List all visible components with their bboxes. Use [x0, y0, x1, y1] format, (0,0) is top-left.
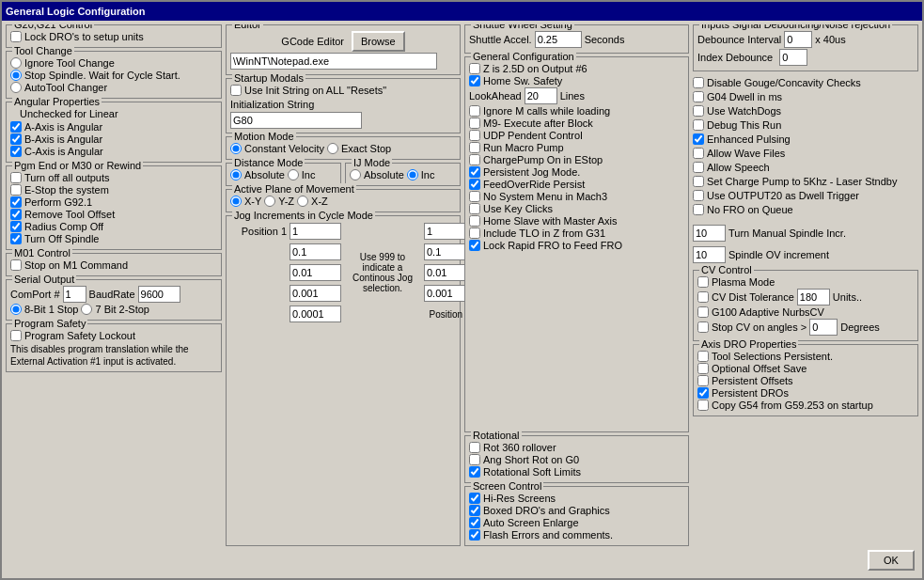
use-output20-checkbox[interactable] [693, 190, 704, 201]
jog-pos1-input[interactable] [290, 223, 341, 240]
constant-vel-radio[interactable] [230, 143, 242, 154]
persistent-dros-checkbox[interactable] [697, 387, 709, 399]
b-axis-checkbox[interactable] [10, 133, 22, 145]
turn-manual-row: Turn Manual Spindle Incr. [693, 225, 918, 242]
use-key-clicks-checkbox[interactable] [469, 203, 480, 214]
flash-errors-checkbox[interactable] [469, 529, 480, 541]
tool-sel-checkbox[interactable] [697, 351, 709, 362]
8bit-radio[interactable] [10, 304, 22, 315]
index-label: Index Debounce [697, 52, 773, 63]
baudrate-input[interactable] [138, 286, 180, 303]
spindle-ov-input[interactable] [693, 246, 726, 263]
use-key-clicks-row: Use Key Clicks [469, 203, 684, 214]
index-input[interactable] [779, 49, 807, 66]
jog-val5-input[interactable] [290, 306, 341, 322]
stop-cv-checkbox[interactable] [697, 321, 709, 333]
disable-gouge-checkbox[interactable] [693, 77, 704, 88]
c-axis-checkbox[interactable] [10, 146, 22, 157]
ij-absolute-radio[interactable] [350, 169, 361, 180]
cv-dist-checkbox[interactable] [697, 291, 709, 303]
xy-radio[interactable] [230, 196, 242, 207]
init-string-section: Initialization String [230, 99, 456, 129]
chargepump-checkbox[interactable] [469, 154, 480, 165]
debug-checkbox[interactable] [693, 119, 704, 131]
e-stop-checkbox[interactable] [10, 184, 22, 196]
feedoverride-checkbox[interactable] [469, 179, 480, 190]
turn-off-outputs-checkbox[interactable] [10, 172, 22, 183]
watchdogs-row: Use WatchDogs [693, 105, 918, 117]
exact-stop-label: Exact Stop [341, 143, 391, 154]
allow-speech-checkbox[interactable] [693, 162, 704, 173]
ij-inc-radio[interactable] [407, 169, 418, 180]
ok-button[interactable]: OK [868, 550, 915, 571]
copy-g54-checkbox[interactable] [697, 400, 709, 411]
remove-tool-checkbox[interactable] [10, 209, 22, 220]
boxed-dros-checkbox[interactable] [469, 505, 480, 516]
stop-spindle-row: Stop Spindle. Wait for Cycle Start. [10, 70, 217, 81]
debounce-input[interactable] [784, 31, 812, 48]
home-sw-checkbox[interactable] [469, 75, 480, 86]
persistent-jog-checkbox[interactable] [469, 166, 480, 178]
home-slave-checkbox[interactable] [469, 215, 480, 227]
set-charge-pump-checkbox[interactable] [693, 176, 704, 187]
no-system-menu-checkbox[interactable] [469, 191, 480, 202]
debounce-row: Debounce Interval x 40us [697, 31, 914, 48]
lock-dros-checkbox[interactable] [10, 31, 22, 42]
xz-radio[interactable] [297, 196, 308, 207]
plasma-checkbox[interactable] [697, 276, 709, 288]
stop-cv-label: Stop CV on angles > [712, 321, 807, 333]
enhanced-pulsing-checkbox[interactable] [693, 133, 704, 145]
include-tlo-checkbox[interactable] [469, 227, 480, 239]
hires-checkbox[interactable] [469, 493, 480, 504]
browse-button[interactable]: Browse [352, 31, 405, 52]
dist-absolute-radio[interactable] [230, 169, 242, 180]
stop-cv-input[interactable] [809, 319, 838, 336]
jog-val2-input[interactable] [290, 243, 341, 260]
radius-comp-checkbox[interactable] [10, 221, 22, 232]
jog-val4-input[interactable] [290, 285, 341, 302]
rot-soft-checkbox[interactable] [469, 466, 480, 478]
no-fro-checkbox[interactable] [693, 204, 704, 215]
m9-checkbox[interactable] [469, 118, 480, 129]
stop-m1-checkbox[interactable] [10, 259, 22, 271]
lines-label: Lines [560, 90, 585, 102]
remove-tool-label: Remove Tool Offset [24, 209, 115, 220]
g04-checkbox[interactable] [693, 91, 704, 102]
exact-stop-radio[interactable] [327, 143, 338, 154]
yz-radio[interactable] [264, 196, 275, 207]
ignore-tool-radio[interactable] [10, 57, 22, 69]
persistent-offsets-checkbox[interactable] [697, 375, 709, 386]
turn-off-spindle-checkbox[interactable] [10, 233, 22, 244]
run-macro-checkbox[interactable] [469, 142, 480, 153]
ignore-m-checkbox[interactable] [469, 105, 480, 117]
a-axis-checkbox[interactable] [10, 121, 22, 133]
dist-inc-radio[interactable] [288, 169, 299, 180]
optional-offset-checkbox[interactable] [697, 363, 709, 374]
cv-dist-input[interactable] [797, 289, 830, 306]
allow-wave-checkbox[interactable] [693, 148, 704, 159]
rot360-checkbox[interactable] [469, 442, 480, 453]
ang-short-checkbox[interactable] [469, 454, 480, 465]
jog-val3-input[interactable] [290, 264, 341, 281]
z25d-checkbox[interactable] [469, 63, 480, 74]
ignore-tool-row: Ignore Tool Change [10, 57, 217, 69]
watchdogs-checkbox[interactable] [693, 105, 704, 117]
turn-manual-input[interactable] [693, 225, 726, 242]
g92-checkbox[interactable] [10, 196, 22, 208]
init-string-input[interactable] [230, 112, 362, 129]
comport-input[interactable] [63, 286, 86, 303]
use-init-checkbox[interactable] [230, 85, 242, 96]
udp-checkbox[interactable] [469, 130, 480, 141]
stop-spindle-radio[interactable] [10, 70, 22, 81]
lookahead-input[interactable] [525, 87, 557, 104]
7bit-radio[interactable] [81, 304, 92, 315]
cv-dist-label: CV Dist Tolerance [712, 291, 794, 303]
lock-rapid-checkbox[interactable] [469, 240, 480, 251]
persistent-jog-label: Persistent Jog Mode. [483, 166, 580, 178]
g100-checkbox[interactable] [697, 306, 709, 318]
editor-path-input[interactable] [230, 53, 437, 70]
shuttle-accel-input[interactable] [535, 31, 582, 48]
auto-screen-checkbox[interactable] [469, 517, 480, 528]
lockout-checkbox[interactable] [10, 330, 22, 341]
autotool-radio[interactable] [10, 82, 22, 93]
